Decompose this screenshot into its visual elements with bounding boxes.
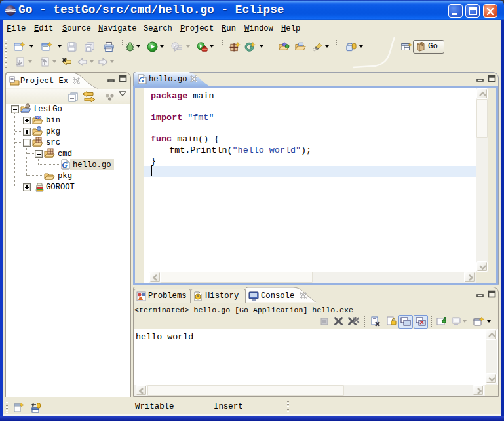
svg-text:010: 010	[35, 115, 42, 119]
svg-text:G: G	[139, 76, 145, 84]
svg-text:G: G	[62, 161, 68, 169]
